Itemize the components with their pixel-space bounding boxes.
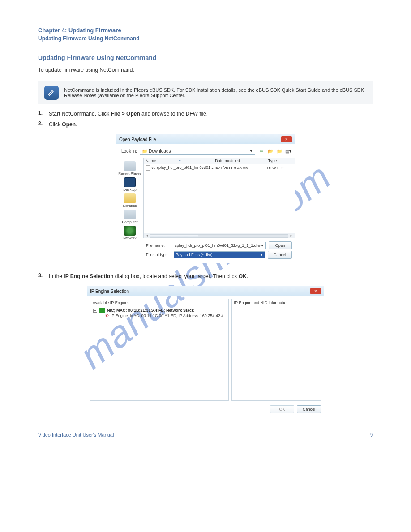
places-sidebar: Recent Places Desktop Libraries Computer…: [116, 158, 143, 238]
libraries-icon: [124, 193, 136, 203]
scroll-left-icon[interactable]: ◄: [145, 234, 149, 238]
step-1-num: 1.: [38, 110, 46, 118]
info-panel: IP Engine and NIC Information: [231, 299, 321, 401]
note-callout: NetCommand is included in the Pleora eBU…: [38, 81, 373, 104]
filename-value: splay_hdi_pro_pt01_hm0vd01_32xg_1_1_1.df…: [175, 243, 261, 248]
file-name: vdisplay_hdi_pro_pt01_hm0vd01_32xg_1_1_1…: [151, 165, 215, 170]
desktop-item[interactable]: Desktop: [116, 177, 143, 192]
computer-item[interactable]: Computer: [116, 210, 143, 224]
step-3-num: 3.: [38, 272, 46, 280]
file-date: 9/21/2011 9:45 AM: [215, 166, 267, 170]
engine-label: IP Engine; MAC: 00:11:1C:00:A1:ED; IP Ad…: [111, 313, 223, 318]
chapter-title: Chapter 4: Updating Firmware: [38, 27, 373, 34]
step-3: 3. In the IP Engine Selection dialog box…: [38, 272, 373, 280]
step-2-post: .: [76, 121, 77, 128]
dialog-titlebar: Open Payload File ✕: [116, 134, 295, 144]
network-icon: [124, 226, 136, 236]
nic-label: NIC; MAC: 00:1B:21:31:A4:FE; Network Sta…: [107, 308, 194, 313]
filetype-value: Payload Files (*.dfw): [176, 253, 213, 257]
step-1-pre: Start NetCommand. Click: [49, 111, 111, 117]
open-button[interactable]: Open: [269, 241, 292, 249]
step-3-post: .: [247, 273, 248, 279]
footer-doc-title: Video Interface Unit User's Manual: [38, 432, 114, 438]
ip-engine-selection-dialog: IP Engine Selection ✕ Available IP Engin…: [87, 286, 324, 417]
horizontal-scrollbar[interactable]: ◄ ►: [144, 233, 295, 238]
filetype-select[interactable]: Payload Files (*.dfw) ▼: [174, 251, 265, 258]
lookin-select[interactable]: 📁 Downloads ▼: [140, 147, 255, 155]
file-row[interactable]: vdisplay_hdi_pro_pt01_hm0vd01_32xg_1_1_1…: [144, 164, 295, 172]
nic-icon: [99, 308, 105, 313]
column-name[interactable]: Name: [144, 158, 213, 164]
note-text: NetCommand is included in the Pleora eBU…: [64, 87, 367, 98]
step-2-num: 2.: [38, 120, 46, 129]
note-pencil-icon: [44, 86, 59, 100]
chevron-down-icon: ▼: [261, 244, 264, 248]
file-icon: [146, 165, 150, 171]
ok-button[interactable]: OK: [270, 405, 294, 413]
step-1-menu-path: File > Open: [111, 111, 141, 117]
step-2-pre: Click: [49, 121, 62, 128]
recent-places-item[interactable]: Recent Places: [116, 161, 143, 176]
column-date[interactable]: Date modified: [213, 158, 266, 164]
step-1: 1. Start NetCommand. Click File > Open a…: [38, 110, 373, 118]
step-3-dialog-name: IP Engine Selection: [64, 273, 115, 279]
libraries-item[interactable]: Libraries: [116, 193, 143, 208]
dialog2-titlebar: IP Engine Selection ✕: [87, 286, 324, 296]
cancel-button[interactable]: Cancel: [297, 405, 321, 413]
desktop-icon: [124, 177, 136, 187]
lookin-label: Look in:: [119, 149, 137, 154]
step-3-ok: OK: [239, 273, 247, 279]
filename-label: File name:: [146, 243, 170, 248]
collapse-icon[interactable]: −: [93, 309, 97, 313]
ip-engine-tree-node[interactable]: 👁 IP Engine; MAC: 00:11:1C:00:A1:ED; IP …: [105, 313, 226, 318]
new-folder-icon[interactable]: 📁: [276, 147, 283, 154]
file-type: DFW File: [267, 166, 293, 170]
nic-tree-node[interactable]: − NIC; MAC: 00:1B:21:31:A4:FE; Network S…: [93, 308, 226, 313]
step-2-button: Open: [62, 121, 76, 128]
step-3-pre: In the: [49, 273, 64, 279]
recent-places-icon: [124, 161, 136, 171]
scroll-right-icon[interactable]: ►: [290, 234, 293, 238]
step-2: 2. Click Open.: [38, 120, 373, 129]
chevron-down-icon: ▼: [260, 253, 263, 257]
dialog2-title-text: IP Engine Selection: [90, 289, 129, 294]
network-item[interactable]: Network: [116, 226, 143, 240]
close-button[interactable]: ✕: [310, 288, 321, 294]
filetype-label: Files of type:: [146, 253, 171, 257]
back-icon[interactable]: ⇦: [258, 147, 265, 154]
section-subtitle: Updating Firmware Using NetCommand: [38, 35, 373, 42]
computer-icon: [124, 210, 136, 219]
view-menu-icon[interactable]: ▤▾: [285, 147, 292, 154]
open-payload-dialog: Open Payload File ✕ Look in: 📁 Downloads…: [116, 134, 295, 263]
info-panel-label: IP Engine and NIC Information: [232, 299, 321, 306]
footer-page-number: 9: [370, 432, 373, 438]
filename-input[interactable]: splay_hdi_pro_pt01_hm0vd01_32xg_1_1_1.df…: [173, 242, 266, 249]
available-engines-label: Available IP Engines: [90, 299, 228, 306]
heading-updating-netcommand: Updating Firmware Using NetCommand: [38, 54, 373, 61]
column-type[interactable]: Type: [266, 158, 295, 164]
page-footer: Video Interface Unit User's Manual 9: [38, 430, 373, 438]
chevron-down-icon: ▼: [249, 149, 253, 153]
folder-icon: 📁: [142, 149, 147, 154]
close-button[interactable]: ✕: [281, 136, 292, 142]
cancel-button[interactable]: Cancel: [268, 251, 292, 259]
lookin-value: Downloads: [149, 149, 171, 154]
step-3-mid: dialog box, locate and select your targe…: [115, 273, 239, 279]
step-1-post: and browse to the DFW file.: [141, 111, 208, 117]
intro-text: To update firmware using NetCommand:: [38, 66, 373, 74]
dialog-title-text: Open Payload File: [119, 137, 156, 142]
engine-icon: 👁: [105, 313, 109, 318]
up-folder-icon[interactable]: 📂: [267, 147, 274, 154]
available-engines-panel: Available IP Engines − NIC; MAC: 00:1B:2…: [90, 299, 229, 401]
